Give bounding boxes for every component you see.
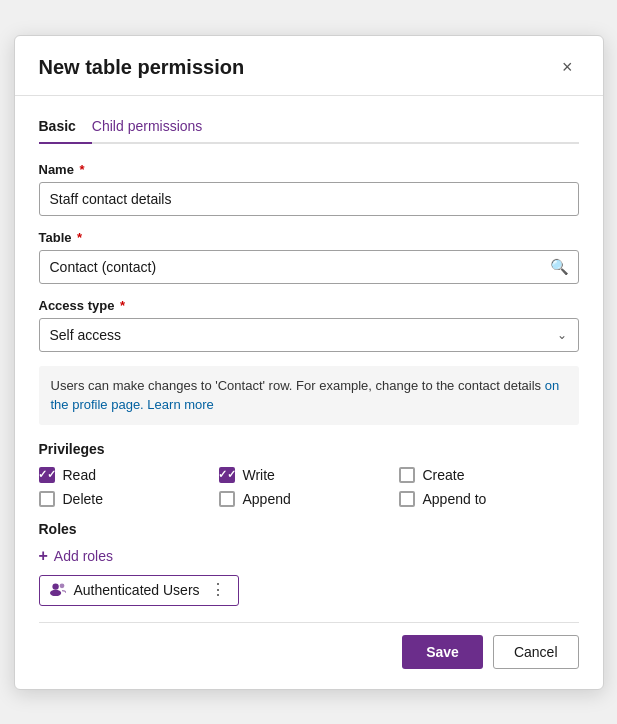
privileges-group: Privileges ✓ Read ✓ Write Create Delete …	[39, 441, 579, 507]
modal-header: New table permission ×	[39, 56, 579, 79]
role-tag-label: Authenticated Users	[74, 582, 200, 598]
svg-point-2	[59, 583, 64, 588]
tab-basic[interactable]: Basic	[39, 112, 92, 144]
new-table-permission-modal: New table permission × Basic Child permi…	[14, 35, 604, 690]
checkbox-append-to-label: Append to	[423, 491, 487, 507]
plus-icon: +	[39, 547, 48, 565]
checkbox-delete[interactable]: Delete	[39, 491, 219, 507]
privileges-label: Privileges	[39, 441, 579, 457]
name-input[interactable]	[39, 182, 579, 216]
header-divider	[15, 95, 603, 96]
name-label: Name *	[39, 162, 579, 177]
name-field-group: Name *	[39, 162, 579, 216]
save-button[interactable]: Save	[402, 635, 483, 669]
svg-point-1	[50, 589, 61, 595]
add-roles-button[interactable]: + Add roles	[39, 547, 114, 565]
info-link-learn-more[interactable]: Learn more	[147, 397, 213, 412]
modal-title: New table permission	[39, 56, 245, 79]
role-tag-menu-button[interactable]: ⋮	[208, 582, 228, 598]
checkbox-delete-label: Delete	[63, 491, 103, 507]
checkbox-append-to-box	[399, 491, 415, 507]
add-roles-label: Add roles	[54, 548, 113, 564]
access-type-label: Access type *	[39, 298, 579, 313]
access-type-field-group: Access type * Self access Global access …	[39, 298, 579, 352]
checkbox-read-label: Read	[63, 467, 96, 483]
checkbox-append-to[interactable]: Append to	[399, 491, 579, 507]
checkbox-write-box: ✓	[219, 467, 235, 483]
svg-point-0	[52, 583, 58, 589]
access-type-select[interactable]: Self access Global access Local access	[39, 318, 579, 352]
access-type-select-wrapper: Self access Global access Local access ⌄	[39, 318, 579, 352]
checkbox-create[interactable]: Create	[399, 467, 579, 483]
tab-child-permissions[interactable]: Child permissions	[92, 112, 218, 144]
table-input[interactable]	[39, 250, 579, 284]
tab-bar: Basic Child permissions	[39, 112, 579, 144]
checkbox-delete-box	[39, 491, 55, 507]
privileges-grid: ✓ Read ✓ Write Create Delete Append Ap	[39, 467, 579, 507]
roles-label: Roles	[39, 521, 579, 537]
cancel-button[interactable]: Cancel	[493, 635, 579, 669]
roles-section: Roles + Add roles Authenticated Users ⋮	[39, 521, 579, 606]
checkbox-write[interactable]: ✓ Write	[219, 467, 399, 483]
checkbox-read[interactable]: ✓ Read	[39, 467, 219, 483]
info-text: Users can make changes to 'Contact' row.…	[51, 378, 545, 393]
checkbox-read-box: ✓	[39, 467, 55, 483]
modal-footer: Save Cancel	[39, 622, 579, 669]
table-field-group: Table * 🔍	[39, 230, 579, 284]
checkbox-create-label: Create	[423, 467, 465, 483]
table-input-wrapper: 🔍	[39, 250, 579, 284]
user-group-icon	[50, 582, 66, 599]
checkbox-append[interactable]: Append	[219, 491, 399, 507]
close-button[interactable]: ×	[556, 56, 579, 78]
table-label: Table *	[39, 230, 579, 245]
checkbox-append-box	[219, 491, 235, 507]
table-search-icon[interactable]: 🔍	[550, 258, 569, 276]
checkbox-append-label: Append	[243, 491, 291, 507]
checkbox-write-label: Write	[243, 467, 275, 483]
checkbox-create-box	[399, 467, 415, 483]
access-type-info-box: Users can make changes to 'Contact' row.…	[39, 366, 579, 425]
role-tag-authenticated-users: Authenticated Users ⋮	[39, 575, 239, 606]
